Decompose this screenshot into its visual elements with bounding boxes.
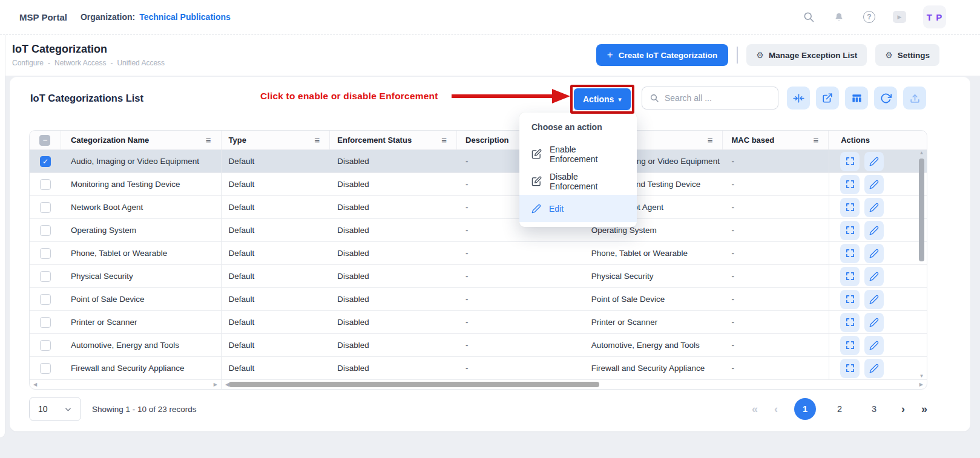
expand-icon <box>845 340 855 350</box>
expand-row-button[interactable] <box>840 359 860 378</box>
table-row[interactable]: ✓ Phone, Tablet or Wearable Default Disa… <box>30 242 927 265</box>
edit-row-button[interactable] <box>864 313 884 332</box>
scroll-right-icon[interactable]: ▶ <box>214 382 217 387</box>
select-all-checkbox[interactable]: − <box>39 135 50 146</box>
edit-row-button[interactable] <box>864 152 884 171</box>
row-checkbox[interactable]: ✓ <box>40 179 51 190</box>
first-page-button[interactable]: « <box>752 403 758 416</box>
pencil-icon <box>869 295 879 304</box>
row-checkbox-cell: ✓ <box>30 150 61 172</box>
row-checkbox[interactable]: ✓ <box>40 271 51 282</box>
expand-row-button[interactable] <box>840 336 860 355</box>
cell-type: Default <box>222 334 331 356</box>
expand-row-button[interactable] <box>840 152 860 171</box>
help-icon[interactable]: ? <box>863 10 876 24</box>
cell-type: Default <box>222 357 331 379</box>
collapsed-sidebar-edge[interactable] <box>0 27 5 438</box>
settings-button[interactable]: ⚙ Settings <box>875 44 939 66</box>
expand-row-button[interactable] <box>840 244 860 263</box>
column-menu-icon[interactable]: ≡ <box>315 135 320 145</box>
table-row[interactable]: ✓ Firewall and Security Appliance Defaul… <box>30 357 927 380</box>
search-icon[interactable] <box>802 10 815 24</box>
search-input[interactable] <box>665 93 761 103</box>
edit-row-button[interactable] <box>864 359 884 378</box>
fit-columns-button[interactable] <box>787 87 810 110</box>
row-checkbox[interactable]: ✓ <box>40 202 51 213</box>
cell-enforcement-status: Disabled <box>330 173 457 195</box>
expand-row-button[interactable] <box>840 313 860 332</box>
divider <box>737 47 738 64</box>
vertical-scrollbar[interactable]: ▲ ▼ <box>918 151 926 379</box>
horizontal-scroll-thumb[interactable] <box>229 382 599 387</box>
avatar[interactable]: T P <box>923 5 946 28</box>
edit-row-button[interactable] <box>864 267 884 286</box>
column-menu-icon[interactable]: ≡ <box>708 135 713 145</box>
table-row[interactable]: ✓ Physical Security Default Disabled - P… <box>30 265 927 288</box>
vertical-scroll-thumb[interactable] <box>919 159 924 261</box>
next-page-button[interactable]: › <box>901 403 905 416</box>
edit-row-button[interactable] <box>864 198 884 217</box>
table-row[interactable]: ✓ Automotive, Energy and Tools Default D… <box>30 334 927 357</box>
actions-button[interactable]: Actions ▾ <box>574 88 631 110</box>
expand-row-button[interactable] <box>840 221 860 240</box>
row-checkbox[interactable]: ✓ <box>40 225 51 236</box>
column-menu-icon[interactable]: ≡ <box>441 135 447 145</box>
table-row[interactable]: ✓ Network Boot Agent Default Disabled - … <box>30 196 927 219</box>
edit-row-button[interactable] <box>864 221 884 240</box>
open-in-new-icon <box>822 93 833 103</box>
scroll-left-icon[interactable]: ◀ <box>33 382 37 387</box>
refresh-button[interactable] <box>874 87 897 110</box>
upload-button[interactable] <box>903 87 926 110</box>
table-row[interactable]: ✓ Printer or Scanner Default Disabled - … <box>30 311 927 334</box>
row-checkbox[interactable]: ✓ <box>40 248 51 259</box>
table-row[interactable]: ✓ Audio, Imaging or Video Equipment Defa… <box>30 150 927 173</box>
header-mac-based[interactable]: MAC based ≡ <box>723 131 829 149</box>
bell-icon[interactable] <box>832 10 846 24</box>
open-in-new-button[interactable] <box>816 87 839 110</box>
row-checkbox[interactable]: ✓ <box>40 340 51 351</box>
edit-row-button[interactable] <box>864 336 884 355</box>
page-number-button[interactable]: 3 <box>863 398 885 420</box>
scroll-up-icon[interactable]: ▲ <box>919 151 924 155</box>
create-iot-categorization-button[interactable]: + Create IoT Categorization <box>596 44 728 66</box>
pencil-icon <box>869 157 879 166</box>
page-number-button[interactable]: 2 <box>829 398 850 420</box>
columns-button[interactable] <box>845 87 868 110</box>
edit-row-button[interactable] <box>864 290 884 309</box>
page-size-select[interactable]: 10 <box>29 397 81 421</box>
frozen-pane-scrollbar[interactable]: ◀ ▶ <box>30 380 222 389</box>
dropdown-item[interactable]: Enable Enforcement <box>519 140 637 168</box>
previous-page-button[interactable]: ‹ <box>774 403 778 416</box>
scroll-down-icon[interactable]: ▼ <box>919 374 924 379</box>
table-row[interactable]: ✓ Operating System Default Disabled - Op… <box>30 219 927 242</box>
table-row[interactable]: ✓ Point of Sale Device Default Disabled … <box>30 288 927 311</box>
edit-row-button[interactable] <box>864 175 884 194</box>
table-row[interactable]: ✓ Monitoring and Testing Device Default … <box>30 173 927 196</box>
cell-categorization-name: Point of Sale Device <box>61 288 222 310</box>
manage-exception-list-button[interactable]: ⚙ Manage Exception List <box>746 44 867 66</box>
main-horizontal-scrollbar[interactable]: ◀ ▶ <box>222 380 927 389</box>
dropdown-item[interactable]: Disable Enforcement <box>519 168 637 195</box>
organization-link[interactable]: Technical Publications <box>139 12 231 22</box>
scroll-right-icon[interactable]: ▶ <box>919 382 923 387</box>
row-checkbox[interactable]: ✓ <box>40 363 51 374</box>
dropdown-item[interactable]: Edit <box>519 195 637 222</box>
header-type[interactable]: Type ≡ <box>222 131 331 149</box>
column-menu-icon[interactable]: ≡ <box>813 135 818 145</box>
expand-row-button[interactable] <box>840 267 860 286</box>
column-menu-icon[interactable]: ≡ <box>206 135 211 145</box>
edit-row-button[interactable] <box>864 244 884 263</box>
expand-row-button[interactable] <box>840 175 860 194</box>
header-enforcement-status[interactable]: Enforcement Status ≡ <box>330 131 457 149</box>
video-tutorial-icon[interactable]: ▶ <box>893 10 906 24</box>
header-categorization-name[interactable]: Categorization Name ≡ <box>61 131 222 149</box>
row-checkbox[interactable]: ✓ <box>40 156 51 167</box>
expand-row-button[interactable] <box>840 290 860 309</box>
last-page-button[interactable]: » <box>921 403 927 416</box>
row-checkbox[interactable]: ✓ <box>40 317 51 328</box>
row-checkbox[interactable]: ✓ <box>40 294 51 305</box>
page-number-button[interactable]: 1 <box>794 398 816 420</box>
cell-categorization-name: Printer or Scanner <box>61 311 222 333</box>
expand-row-button[interactable] <box>840 198 860 217</box>
row-checkbox-cell: ✓ <box>30 265 61 287</box>
